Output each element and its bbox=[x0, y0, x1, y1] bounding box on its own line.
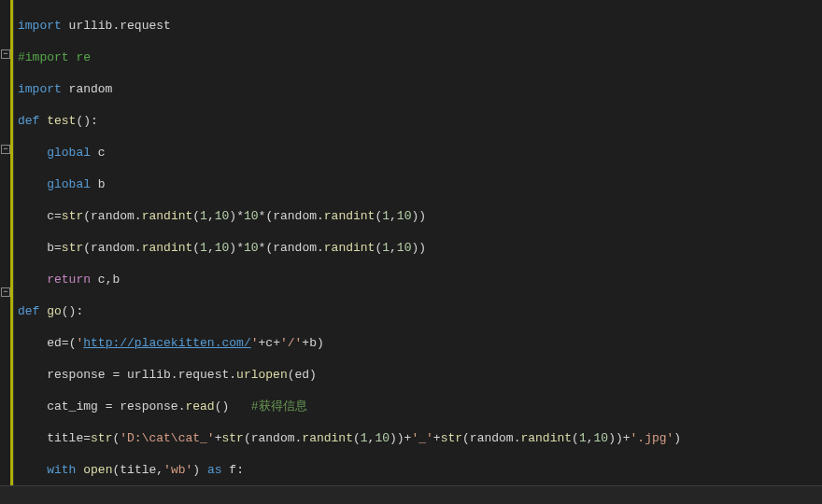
code-line: b=str(random.randint(1,10)*10*(random.ra… bbox=[18, 240, 822, 256]
code-area[interactable]: import urllib.request #import re import … bbox=[14, 0, 822, 504]
code-line: import urllib.request bbox=[18, 18, 822, 34]
code-line: c=str(random.randint(1,10)*10*(random.ra… bbox=[18, 208, 822, 224]
fold-icon[interactable]: − bbox=[1, 287, 10, 297]
change-marker bbox=[10, 0, 13, 504]
code-editor: − − − import urllib.request #import re i… bbox=[0, 0, 822, 504]
code-line: import random bbox=[18, 81, 822, 97]
status-bar bbox=[0, 485, 822, 504]
code-line: response = urllib.request.urlopen(ed) bbox=[18, 367, 822, 383]
code-line: ed=('http://placekitten.com/'+c+'/'+b) bbox=[18, 335, 822, 351]
code-line: return c,b bbox=[18, 272, 822, 287]
code-line: global c bbox=[18, 145, 822, 161]
code-line: def test(): bbox=[18, 113, 822, 129]
code-line: global b bbox=[18, 176, 822, 192]
code-line: #import re bbox=[18, 49, 822, 65]
fold-icon[interactable]: − bbox=[1, 145, 10, 154]
code-line: def go(): bbox=[18, 303, 822, 319]
code-line: title=str('D:\cat\cat_'+str(random.randi… bbox=[18, 430, 822, 446]
gutter: − − − bbox=[0, 0, 14, 504]
fold-icon[interactable]: − bbox=[1, 49, 10, 59]
code-line: with open(title,'wb') as f: bbox=[18, 462, 822, 478]
code-line: cat_img = response.read() #获得信息 bbox=[18, 399, 822, 414]
